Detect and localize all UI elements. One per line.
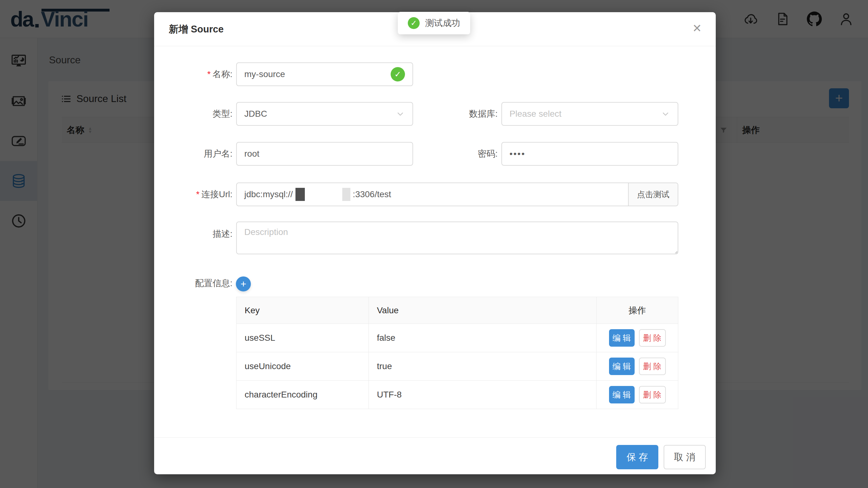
url-suffix: :3306/test <box>353 189 391 200</box>
username-input[interactable] <box>244 149 405 159</box>
config-table: Key Value 操作 useSSL false 编 辑 删 除 useUni… <box>236 297 678 409</box>
username-input-wrap <box>236 142 413 166</box>
password-input[interactable] <box>509 149 670 159</box>
url-prefix: jdbc:mysql:// <box>244 189 293 200</box>
config-table-header: Key Value 操作 <box>237 297 678 324</box>
header-key: Key <box>237 297 369 324</box>
row-value: UTF-8 <box>369 381 596 409</box>
row-key: characterEncoding <box>237 381 369 409</box>
password-input-wrap <box>501 142 678 166</box>
type-select-value: JDBC <box>244 109 267 119</box>
close-icon: ✕ <box>692 22 702 35</box>
add-source-modal: 新增 Source ✕ *名称: ✓ 类型: JDBC 数据库: Please … <box>154 12 716 474</box>
success-toast: ✓ 测试成功 <box>398 12 470 34</box>
redacted-block <box>342 188 350 201</box>
add-config-button[interactable]: + <box>236 276 251 292</box>
edit-button[interactable]: 编 辑 <box>609 329 634 347</box>
delete-button[interactable]: 删 除 <box>639 329 666 347</box>
plus-icon: + <box>241 279 247 289</box>
edit-button[interactable]: 编 辑 <box>609 386 634 403</box>
header-action: 操作 <box>596 297 678 324</box>
required-mark: * <box>196 189 200 199</box>
row-key: useUnicode <box>237 352 369 380</box>
database-select-placeholder: Please select <box>509 109 562 119</box>
required-mark: * <box>207 69 211 79</box>
test-connection-button[interactable]: 点击测试 <box>628 183 678 206</box>
name-input-wrap: ✓ <box>236 62 413 86</box>
delete-button[interactable]: 删 除 <box>639 358 666 375</box>
chevron-down-icon <box>661 109 670 119</box>
table-row: useSSL false 编 辑 删 除 <box>237 324 678 352</box>
config-label: 配置信息: <box>154 271 232 295</box>
name-label: *名称: <box>154 62 232 86</box>
url-input-group: jdbc:mysql:// :3306/test 点击测试 <box>236 183 678 206</box>
close-button[interactable]: ✕ <box>688 19 706 38</box>
success-check-icon: ✓ <box>408 17 420 29</box>
password-label: 密码: <box>419 142 498 166</box>
description-label: 描述: <box>154 221 232 246</box>
url-input[interactable]: jdbc:mysql:// :3306/test <box>237 183 628 206</box>
table-row: useUnicode true 编 辑 删 除 <box>237 352 678 380</box>
type-select[interactable]: JDBC <box>236 102 413 126</box>
type-label: 类型: <box>154 102 232 126</box>
delete-button[interactable]: 删 除 <box>639 386 666 403</box>
name-input[interactable] <box>244 69 387 79</box>
valid-check-icon: ✓ <box>391 67 405 82</box>
save-button[interactable]: 保 存 <box>616 445 658 469</box>
url-label: *连接Url: <box>154 183 232 206</box>
chevron-down-icon <box>396 109 405 119</box>
modal-footer: 保 存 取 消 <box>154 437 716 474</box>
edit-button[interactable]: 编 辑 <box>609 358 634 375</box>
redacted-host-block <box>296 188 305 201</box>
database-label: 数据库: <box>419 102 498 126</box>
username-label: 用户名: <box>154 142 232 166</box>
row-value: true <box>369 352 596 380</box>
modal-title: 新增 Source <box>169 12 224 46</box>
screen: da Vinci <box>0 0 868 488</box>
row-value: false <box>369 324 596 352</box>
database-select[interactable]: Please select <box>501 102 678 126</box>
table-row: characterEncoding UTF-8 编 辑 删 除 <box>237 380 678 409</box>
description-textarea[interactable] <box>236 221 678 254</box>
row-key: useSSL <box>237 324 369 352</box>
header-value: Value <box>369 297 596 324</box>
cancel-button[interactable]: 取 消 <box>664 445 706 469</box>
toast-message: 测试成功 <box>425 17 460 29</box>
